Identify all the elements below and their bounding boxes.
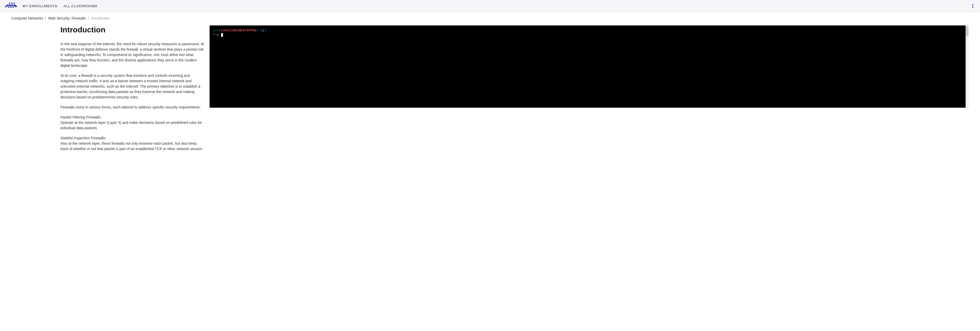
terminal[interactable]: ┌──(root㉿e81db3749f0e)-[/] └─# (210, 25, 969, 108)
lesson-content: Introduction In the vast expanse of the … (60, 25, 204, 156)
lesson-paragraph: At its core, a firewall is a security sy… (60, 73, 204, 100)
content-wrap: Introduction In the vast expanse of the … (0, 20, 980, 166)
site-logo[interactable] (4, 2, 19, 10)
svg-marker-11 (16, 5, 17, 8)
firewall-type-desc: Also at the network layer, these firewal… (60, 141, 204, 152)
svg-rect-1 (7, 5, 9, 6)
svg-point-12 (972, 4, 973, 5)
firewall-type-name: Packet Filtering Firewalls: (60, 115, 204, 120)
terminal-pane: ┌──(root㉿e81db3749f0e)-[/] └─# (210, 25, 969, 108)
breadcrumb: Computer Networks / Web Security: Firewa… (0, 12, 980, 20)
svg-point-10 (13, 3, 15, 4)
svg-point-8 (9, 3, 10, 4)
breadcrumb-current: Introduction (91, 16, 110, 20)
firewall-type-name: Stateful Inspection Firewalls: (60, 135, 204, 141)
svg-rect-6 (10, 7, 11, 8)
svg-rect-5 (8, 7, 9, 8)
nav-my-enrollments[interactable]: MY ENROLLMENTS (22, 4, 57, 8)
terminal-scrollbar[interactable] (966, 25, 969, 108)
page-title: Introduction (60, 25, 204, 34)
svg-rect-2 (9, 5, 11, 6)
lesson-paragraph: Firewalls come in various forms, each ta… (60, 105, 204, 110)
svg-rect-7 (13, 7, 14, 8)
svg-marker-0 (5, 5, 6, 8)
breadcrumb-separator: / (88, 16, 89, 20)
svg-point-13 (972, 5, 973, 6)
nav-all-classrooms[interactable]: ALL CLASSROOMS (64, 4, 98, 8)
svg-point-14 (972, 7, 973, 8)
terminal-path: / (262, 28, 264, 32)
breadcrumb-link-2[interactable]: Web Security: Firewalls (48, 16, 86, 20)
topbar: MY ENROLLMENTS ALL CLASSROOMS (0, 0, 980, 12)
terminal-cursor (221, 33, 223, 37)
breadcrumb-link-1[interactable]: Computer Networks (11, 16, 43, 20)
nav-links: MY ENROLLMENTS ALL CLASSROOMS (22, 4, 98, 8)
svg-rect-4 (14, 5, 16, 6)
breadcrumb-separator: / (45, 16, 46, 20)
svg-point-9 (11, 3, 12, 4)
terminal-scrollbar-thumb[interactable] (966, 26, 969, 36)
more-menu-icon[interactable] (970, 3, 976, 9)
skull-icon: ㉿ (229, 28, 232, 32)
terminal-user: root (221, 28, 229, 32)
terminal-prompt: # (217, 33, 219, 37)
svg-rect-3 (11, 5, 13, 6)
firewall-type-desc: Operate at the network layer (Layer 3) a… (60, 120, 204, 131)
terminal-host: e81db3749f0e (232, 28, 256, 32)
lesson-paragraph: In the vast expanse of the internet, the… (60, 41, 204, 68)
